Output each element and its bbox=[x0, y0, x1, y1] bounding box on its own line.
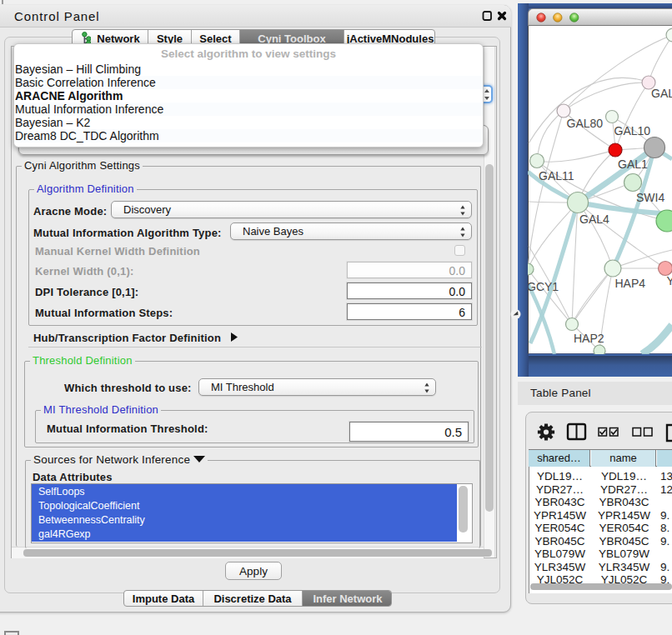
svg-text:GAL: GAL bbox=[651, 87, 672, 100]
svg-text:GCY1: GCY1 bbox=[528, 280, 559, 293]
svg-text:SWI4: SWI4 bbox=[636, 191, 664, 204]
svg-text:Y: Y bbox=[667, 274, 672, 288]
svg-text:GAL11: GAL11 bbox=[539, 169, 574, 182]
svg-text:GAL80: GAL80 bbox=[567, 117, 604, 130]
svg-text:GAL1: GAL1 bbox=[618, 158, 648, 171]
svg-text:HAP4: HAP4 bbox=[615, 277, 646, 290]
svg-text:HAP2: HAP2 bbox=[574, 332, 604, 345]
svg-text:GAL4: GAL4 bbox=[579, 212, 609, 226]
svg-text:GAL10: GAL10 bbox=[614, 124, 651, 138]
